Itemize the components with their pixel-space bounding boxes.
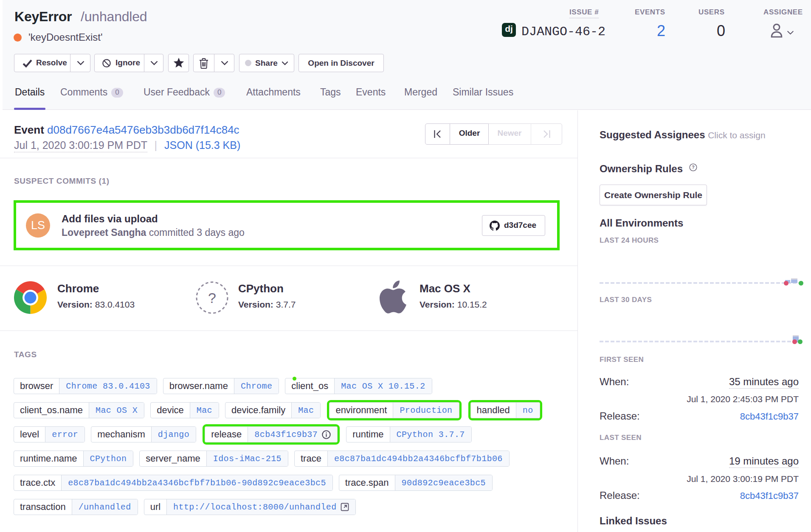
svg-text:?: ? bbox=[208, 290, 216, 306]
svg-text:?: ? bbox=[692, 165, 695, 170]
